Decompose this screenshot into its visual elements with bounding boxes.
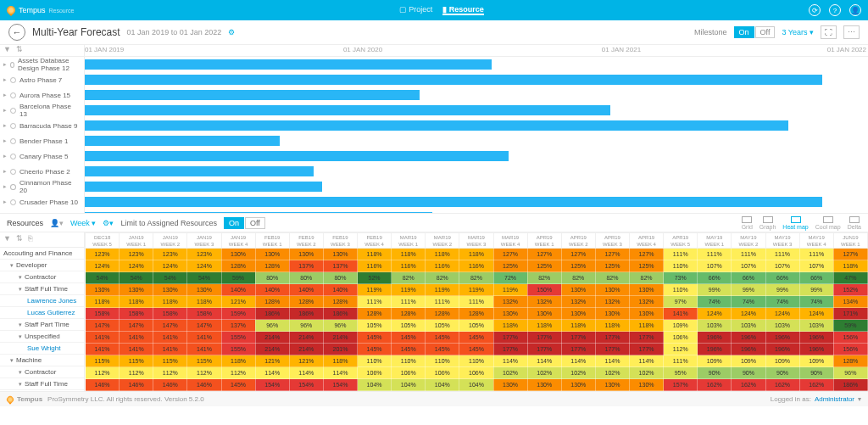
heat-cell[interactable]: 99% bbox=[799, 284, 833, 296]
heat-cell[interactable]: 145% bbox=[392, 332, 426, 344]
gantt-bar[interactable] bbox=[85, 212, 432, 213]
heat-cell[interactable]: 114% bbox=[527, 355, 561, 367]
heat-cell[interactable]: 177% bbox=[630, 332, 664, 344]
radio-icon[interactable] bbox=[10, 169, 16, 175]
heat-cell[interactable]: 118% bbox=[358, 249, 392, 260]
chevron-down-icon[interactable]: ▾ bbox=[19, 286, 22, 293]
heat-cell[interactable]: 132% bbox=[493, 296, 527, 308]
heat-cell[interactable]: 114% bbox=[493, 355, 527, 367]
heat-cell[interactable]: 110% bbox=[392, 355, 426, 367]
nav-project[interactable]: ▢ Project bbox=[399, 5, 433, 15]
view-delta[interactable]: Delta bbox=[848, 216, 861, 230]
expand-icon[interactable]: ▸ bbox=[3, 122, 7, 129]
heat-cell[interactable]: 130% bbox=[630, 379, 664, 391]
heat-cell[interactable]: 107% bbox=[765, 260, 799, 272]
gantt-bar[interactable] bbox=[85, 151, 509, 161]
heat-cell[interactable]: 52% bbox=[358, 272, 392, 284]
heat-cell[interactable]: 132% bbox=[561, 296, 595, 308]
heat-copy-icon[interactable]: ⎘ bbox=[28, 234, 32, 245]
heat-cell[interactable]: 158% bbox=[120, 308, 153, 320]
heat-cell[interactable]: 128% bbox=[426, 308, 459, 320]
heat-cell[interactable]: 109% bbox=[765, 355, 799, 367]
gantt-bar[interactable] bbox=[85, 182, 322, 192]
gantt-row[interactable]: ▸Assets Database Design Phase 12 bbox=[0, 57, 84, 72]
gantt-bar[interactable] bbox=[85, 197, 822, 207]
heat-cell[interactable]: 74% bbox=[765, 296, 799, 308]
heat-row-label[interactable]: ▾Staff Full Time bbox=[0, 378, 84, 390]
heat-cell[interactable]: 128% bbox=[459, 308, 493, 320]
heat-cell[interactable]: 111% bbox=[664, 249, 698, 260]
heat-cell[interactable]: 124% bbox=[732, 308, 765, 320]
gantt-row[interactable]: ▸Cheerio Phase 2 bbox=[0, 164, 84, 179]
heat-cell[interactable]: 54% bbox=[153, 272, 187, 284]
heat-cell[interactable]: 140% bbox=[221, 284, 255, 296]
heat-cell[interactable]: 127% bbox=[493, 249, 527, 260]
heat-cell[interactable]: 104% bbox=[459, 379, 493, 391]
heat-cell[interactable]: 118% bbox=[187, 296, 221, 308]
heat-cell[interactable]: 115% bbox=[120, 355, 153, 367]
expand-icon[interactable]: ▸ bbox=[3, 76, 7, 83]
heat-cell[interactable]: 116% bbox=[459, 260, 493, 272]
heat-cell[interactable]: 72% bbox=[493, 272, 527, 284]
heat-cell[interactable]: 127% bbox=[630, 249, 664, 260]
heat-cell[interactable]: 127% bbox=[833, 249, 867, 260]
heat-cell[interactable]: 118% bbox=[221, 355, 255, 367]
heat-cell[interactable]: 82% bbox=[459, 272, 493, 284]
radio-icon[interactable] bbox=[10, 154, 16, 159]
gantt-bar[interactable] bbox=[85, 105, 610, 115]
heat-cell[interactable]: 146% bbox=[187, 379, 221, 391]
heat-cell[interactable]: 95% bbox=[664, 367, 698, 379]
sort-icon[interactable]: ⇅ bbox=[16, 45, 23, 56]
range-select[interactable]: 3 Years ▾ bbox=[782, 28, 814, 36]
heat-cell[interactable]: 162% bbox=[765, 379, 799, 391]
heat-cell[interactable]: 119% bbox=[426, 284, 459, 296]
heat-cell[interactable]: 177% bbox=[595, 344, 629, 355]
heat-cell[interactable]: 106% bbox=[459, 367, 493, 379]
view-cool[interactable]: Cool map bbox=[815, 216, 841, 230]
heat-cell[interactable]: 111% bbox=[799, 249, 833, 260]
heat-cell[interactable]: 80% bbox=[255, 272, 289, 284]
heat-cell[interactable]: 96% bbox=[255, 320, 289, 332]
heat-cell[interactable]: 111% bbox=[698, 249, 732, 260]
radio-icon[interactable] bbox=[10, 92, 16, 98]
heat-cell[interactable]: 137% bbox=[289, 260, 323, 272]
heat-cell[interactable]: 104% bbox=[392, 379, 426, 391]
heat-cell[interactable]: 130% bbox=[595, 308, 629, 320]
heat-cell[interactable]: 127% bbox=[527, 249, 561, 260]
heat-cell[interactable]: 186% bbox=[255, 308, 289, 320]
heat-cell[interactable]: 124% bbox=[187, 260, 221, 272]
heat-row-label[interactable]: ▾Machine bbox=[0, 355, 84, 366]
heat-cell[interactable]: 162% bbox=[732, 379, 765, 391]
heat-cell[interactable]: 134% bbox=[833, 296, 867, 308]
heat-cell[interactable]: 128% bbox=[255, 260, 289, 272]
heat-cell[interactable]: 130% bbox=[255, 249, 289, 260]
radio-icon[interactable] bbox=[10, 62, 14, 68]
radio-icon[interactable] bbox=[10, 123, 16, 129]
heat-cell[interactable]: 154% bbox=[255, 379, 289, 391]
heat-row-label[interactable]: ▾Staff Part Time bbox=[0, 319, 84, 331]
heat-cell[interactable]: 119% bbox=[392, 284, 426, 296]
heat-cell[interactable]: 128% bbox=[392, 308, 426, 320]
heat-cell[interactable]: 99% bbox=[732, 284, 765, 296]
heat-cell[interactable]: 132% bbox=[595, 296, 629, 308]
heat-cell[interactable]: 111% bbox=[392, 296, 426, 308]
heat-sort-icon[interactable]: ⇅ bbox=[16, 234, 23, 245]
heat-row-label[interactable]: ▾Developer bbox=[0, 260, 84, 271]
heat-cell[interactable]: 141% bbox=[153, 344, 187, 355]
heat-cell[interactable]: 201% bbox=[323, 344, 357, 355]
gantt-bar[interactable] bbox=[85, 136, 280, 146]
heat-cell[interactable]: 186% bbox=[833, 379, 867, 391]
heat-cell[interactable]: 110% bbox=[358, 355, 392, 367]
heat-cell[interactable]: 102% bbox=[527, 367, 561, 379]
heat-cell[interactable]: 147% bbox=[187, 320, 221, 332]
heat-cell[interactable]: 186% bbox=[323, 308, 357, 320]
heat-cell[interactable]: 109% bbox=[732, 355, 765, 367]
heat-cell[interactable]: 125% bbox=[630, 260, 664, 272]
heat-cell[interactable]: 118% bbox=[527, 320, 561, 332]
heat-cell[interactable]: 66% bbox=[799, 272, 833, 284]
heat-cell[interactable]: 114% bbox=[630, 355, 664, 367]
heat-cell[interactable]: 112% bbox=[120, 367, 153, 379]
heat-cell[interactable]: 118% bbox=[426, 249, 459, 260]
heat-cell[interactable]: 112% bbox=[153, 367, 187, 379]
group-select[interactable]: Week ▾ bbox=[70, 219, 96, 227]
